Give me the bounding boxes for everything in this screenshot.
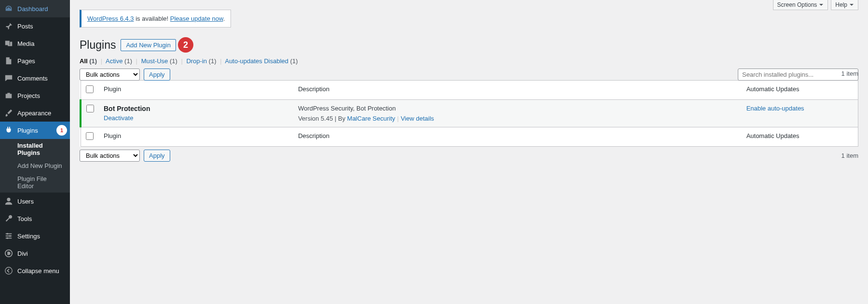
plugin-version: 5.45 <box>321 115 333 122</box>
sidebar-item-users[interactable]: Users <box>0 193 70 210</box>
notice-text-2: . <box>223 15 225 22</box>
submenu-add-new[interactable]: Add New Plugin <box>0 159 70 172</box>
notice-text-1: is available! <box>134 15 170 22</box>
svg-point-6 <box>7 237 9 239</box>
brush-icon <box>4 108 14 118</box>
col-desc-foot[interactable]: Description <box>293 127 742 147</box>
update-badge: 1 <box>56 125 67 136</box>
help-label: Help <box>835 1 847 8</box>
sidebar-item-posts[interactable]: Posts <box>0 17 70 35</box>
item-count-bottom: 1 item <box>841 152 858 159</box>
label: Divi <box>17 250 28 257</box>
sidebar-item-media[interactable]: Media <box>0 35 70 52</box>
filter-dropin[interactable]: Drop-in <box>186 57 207 65</box>
plugin-icon <box>4 125 14 135</box>
admin-sidebar: Dashboard Posts Media Pages Comments Pro… <box>0 0 70 304</box>
select-all-top[interactable] <box>86 85 94 93</box>
plugin-meta: Version 5.45 | By MalCare Security|View … <box>298 115 737 122</box>
col-plugin-foot[interactable]: Plugin <box>99 127 293 147</box>
sidebar-item-appearance[interactable]: Appearance <box>0 104 70 122</box>
collapse-icon <box>4 266 14 276</box>
portfolio-icon <box>4 91 14 100</box>
col-auto-updates[interactable]: Automatic Updates <box>742 81 858 100</box>
chevron-down-icon <box>849 2 854 7</box>
media-icon <box>4 39 14 48</box>
svg-point-5 <box>9 235 11 237</box>
plugins-table: Plugin Description Automatic Updates Bot… <box>80 80 858 147</box>
view-details-link[interactable]: View details <box>401 115 434 122</box>
col-auto-foot[interactable]: Automatic Updates <box>742 127 858 147</box>
update-now-link[interactable]: Please update now <box>170 15 223 22</box>
plugin-checkbox[interactable] <box>86 105 94 112</box>
enable-auto-updates-link[interactable]: Enable auto-updates <box>746 105 804 112</box>
sidebar-item-pages[interactable]: Pages <box>0 52 70 69</box>
user-icon <box>4 196 14 206</box>
label: Comments <box>17 75 48 82</box>
label: Dashboard <box>17 5 48 13</box>
wrench-icon <box>4 214 14 223</box>
sidebar-item-dashboard[interactable]: Dashboard <box>0 0 70 17</box>
submenu-file-editor[interactable]: Plugin File Editor <box>0 172 70 193</box>
settings-icon <box>4 231 14 241</box>
plugin-description: WordPress Security, Bot Protection <box>298 105 737 112</box>
item-count-top: 1 item <box>841 70 858 77</box>
label: Tools <box>17 215 32 222</box>
label: Pages <box>17 57 35 65</box>
label: Users <box>17 198 34 205</box>
svg-point-0 <box>7 198 10 201</box>
page-title: Plugins <box>80 39 116 52</box>
filter-active[interactable]: Active <box>106 57 122 65</box>
sidebar-item-comments[interactable]: Comments <box>0 69 70 87</box>
sidebar-item-projects[interactable]: Projects <box>0 87 70 104</box>
sidebar-item-tools[interactable]: Tools <box>0 210 70 227</box>
label: Collapse menu <box>17 267 59 275</box>
plugins-submenu: Installed Plugins Add New Plugin Plugin … <box>0 139 70 193</box>
filter-all[interactable]: All (1) <box>80 57 97 65</box>
sidebar-item-settings[interactable]: Settings <box>0 227 70 245</box>
dashboard-icon <box>4 4 14 14</box>
apply-button-top[interactable]: Apply <box>144 69 170 81</box>
apply-button-bottom[interactable]: Apply <box>144 150 170 162</box>
label: Projects <box>17 92 40 99</box>
divi-icon <box>4 249 14 258</box>
label: Media <box>17 40 34 47</box>
filter-mustuse[interactable]: Must-Use <box>141 57 168 65</box>
label: Appearance <box>17 110 51 117</box>
bulk-actions-select-top[interactable]: Bulk actions <box>80 69 140 81</box>
deactivate-link[interactable]: Deactivate <box>104 114 133 122</box>
screen-options-label: Screen Options <box>777 1 817 8</box>
annotation-badge-2: 2 <box>178 37 193 53</box>
label: Plugins <box>17 127 38 134</box>
wp-version-link[interactable]: WordPress 6.4.3 <box>87 15 134 22</box>
plugin-name: Bot Protection <box>104 105 288 112</box>
search-plugins-input[interactable] <box>738 69 858 81</box>
sidebar-item-collapse[interactable]: Collapse menu <box>0 262 70 279</box>
label: Posts <box>17 23 33 30</box>
label: Settings <box>17 233 40 240</box>
select-all-bottom[interactable] <box>86 132 94 140</box>
sidebar-item-divi[interactable]: Divi <box>0 245 70 262</box>
plugin-author-link[interactable]: MalCare Security <box>347 115 395 122</box>
screen-options-tab[interactable]: Screen Options <box>773 0 828 10</box>
comment-icon <box>4 73 14 83</box>
col-plugin[interactable]: Plugin <box>99 81 293 100</box>
svg-point-4 <box>7 233 9 235</box>
sidebar-item-plugins[interactable]: Plugins1 <box>0 122 70 139</box>
pin-icon <box>4 21 14 31</box>
bulk-actions-select-bottom[interactable]: Bulk actions <box>80 150 140 162</box>
filter-auto[interactable]: Auto-updates Disabled <box>225 57 288 65</box>
plugin-row: Bot Protection Deactivate WordPress Secu… <box>81 100 858 127</box>
plugin-filters: All (1) | Active (1) | Must-Use (1) | Dr… <box>80 57 858 65</box>
main-content: Screen Options Help WordPress 6.4.3 is a… <box>70 0 868 304</box>
col-description[interactable]: Description <box>293 81 742 100</box>
update-notice: WordPress 6.4.3 is available! Please upd… <box>80 10 231 28</box>
submenu-installed-plugins[interactable]: Installed Plugins <box>0 139 70 159</box>
page-icon <box>4 56 14 66</box>
svg-point-8 <box>5 267 12 274</box>
chevron-down-icon <box>819 2 824 7</box>
add-new-plugin-button[interactable]: Add New Plugin <box>121 39 176 51</box>
help-tab[interactable]: Help <box>831 0 858 10</box>
